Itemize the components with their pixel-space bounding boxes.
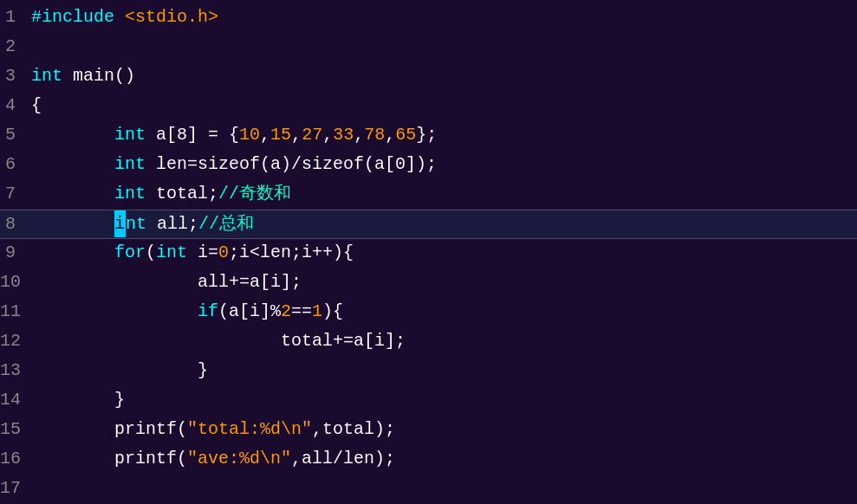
- line-content-6: int len=sizeof(a)/sizeof(a[0]);: [26, 151, 857, 178]
- line-num-10: 10: [0, 268, 26, 295]
- line-content-9: for(int i=0;i<len;i++){: [26, 239, 857, 266]
- code-line-7: 7 int total;//奇数和: [0, 180, 857, 210]
- line-content-12: total+=a[i];: [26, 327, 857, 354]
- line-content-3: int main(): [26, 62, 857, 89]
- code-line-15: 15 printf("total:%d\n",total);: [0, 416, 857, 445]
- code-line-4: 4 {: [0, 92, 857, 121]
- line-num-13: 13: [0, 357, 26, 384]
- code-line-17: 17: [0, 475, 857, 504]
- line-num-5: 5: [0, 121, 26, 148]
- code-line-5: 5 int a[8] = {10,15,27,33,78,65};: [0, 121, 857, 151]
- code-line-3: 3 int main(): [0, 62, 857, 92]
- code-editor[interactable]: 1 #include <stdio.h> 2 3 int main() 4 { …: [0, 0, 857, 504]
- line-num-9: 9: [0, 239, 26, 266]
- line-content-4: {: [26, 92, 857, 119]
- code-line-2: 2: [0, 33, 857, 62]
- line-num-8: 8: [0, 210, 26, 237]
- line-num-12: 12: [0, 327, 26, 354]
- line-num-4: 4: [0, 92, 26, 119]
- code-line-8: 8 int all;//总和: [0, 210, 857, 239]
- line-num-17: 17: [0, 475, 26, 501]
- line-num-15: 15: [0, 416, 26, 443]
- line-num-11: 11: [0, 298, 26, 325]
- line-content-10: all+=a[i];: [26, 268, 857, 295]
- line-content-15: printf("total:%d\n",total);: [26, 416, 857, 443]
- line-content-5: int a[8] = {10,15,27,33,78,65};: [26, 121, 857, 148]
- line-num-7: 7: [0, 180, 26, 207]
- code-line-10: 10 all+=a[i];: [0, 268, 857, 298]
- code-line-1: 1 #include <stdio.h>: [0, 3, 857, 33]
- line-content-14: }: [26, 386, 857, 413]
- line-content-1: #include <stdio.h>: [26, 3, 857, 30]
- line-content-8: int all;//总和: [26, 210, 857, 237]
- line-content-16: printf("ave:%d\n",all/len);: [26, 445, 857, 472]
- line-num-1: 1: [0, 3, 26, 30]
- code-line-11: 11 if(a[i]%2==1){: [0, 298, 857, 327]
- code-line-12: 12 total+=a[i];: [0, 327, 857, 357]
- code-line-13: 13 }: [0, 357, 857, 386]
- line-num-2: 2: [0, 33, 26, 60]
- line-num-6: 6: [0, 151, 26, 178]
- code-line-14: 14 }: [0, 386, 857, 416]
- line-content-7: int total;//奇数和: [26, 180, 857, 207]
- code-line-9: 9 for(int i=0;i<len;i++){: [0, 239, 857, 268]
- line-num-14: 14: [0, 386, 26, 413]
- line-content-13: }: [26, 357, 857, 384]
- line-num-3: 3: [0, 62, 26, 89]
- code-line-16: 16 printf("ave:%d\n",all/len);: [0, 445, 857, 475]
- line-num-16: 16: [0, 445, 26, 472]
- code-line-6: 6 int len=sizeof(a)/sizeof(a[0]);: [0, 151, 857, 180]
- line-content-11: if(a[i]%2==1){: [26, 298, 857, 325]
- cursor: i: [114, 210, 126, 237]
